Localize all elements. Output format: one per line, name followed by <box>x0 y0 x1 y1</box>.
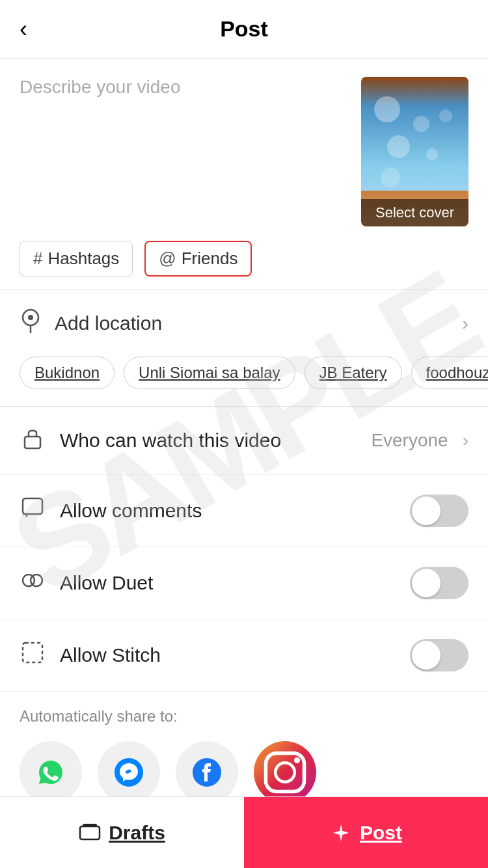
allow-duet-toggle[interactable] <box>410 567 468 599</box>
select-cover-label[interactable]: Select cover <box>361 199 468 226</box>
allow-duet-row: Allow Duet <box>0 547 488 619</box>
svg-point-12 <box>294 757 300 763</box>
post-button[interactable]: Post <box>244 797 488 868</box>
drafts-icon <box>79 824 101 842</box>
location-tag-2[interactable]: JB Eatery <box>305 357 402 389</box>
allow-comments-row: Allow comments <box>0 475 488 547</box>
location-tags: Bukidnon Unli Siomai sa balay JB Eatery … <box>0 357 488 406</box>
hashtags-button[interactable]: # Hashtags <box>20 241 133 277</box>
svg-point-11 <box>275 763 295 782</box>
allow-comments-toggle[interactable] <box>410 495 468 527</box>
allow-stitch-row: Allow Stitch <box>0 619 488 692</box>
hashtags-label: Hashtags <box>47 249 119 269</box>
post-label: Post <box>360 822 402 844</box>
who-can-watch-value: Everyone <box>371 430 448 451</box>
svg-point-1 <box>28 315 33 320</box>
location-row[interactable]: Add location › <box>0 290 488 357</box>
tag-buttons: # Hashtags @ Friends <box>0 241 488 290</box>
location-tag-3[interactable]: foodhouz <box>411 357 488 389</box>
friends-label: Friends <box>182 249 238 269</box>
allow-stitch-label: Allow Stitch <box>60 644 396 666</box>
location-text: Add location <box>55 312 449 334</box>
share-icons <box>20 741 468 804</box>
stitch-icon <box>20 642 46 669</box>
post-icon <box>330 822 352 844</box>
toggle-knob-stitch <box>412 641 441 670</box>
drafts-button[interactable]: Drafts <box>0 797 244 868</box>
allow-duet-label: Allow Duet <box>60 572 396 594</box>
description-area: Describe your video Select cover <box>0 59 488 241</box>
description-placeholder: Describe your video <box>20 77 180 97</box>
who-can-watch-label: Who can watch this video <box>60 429 357 452</box>
svg-rect-6 <box>23 643 42 662</box>
share-label: Automatically share to: <box>20 707 468 726</box>
who-can-watch-chevron: › <box>463 430 468 451</box>
whatsapp-button[interactable] <box>20 741 82 804</box>
duet-icon <box>20 569 46 597</box>
video-thumbnail: Select cover <box>361 77 468 226</box>
page-title: Post <box>220 16 268 42</box>
location-tag-1[interactable]: Unli Siomai sa balay <box>124 357 295 389</box>
who-can-watch-row[interactable]: Who can watch this video Everyone › <box>0 407 488 475</box>
share-section: Automatically share to: <box>0 692 488 814</box>
allow-comments-label: Allow comments <box>60 500 396 522</box>
location-tag-0[interactable]: Bukidnon <box>20 357 115 389</box>
svg-point-5 <box>31 575 42 586</box>
bottom-bar: Drafts Post <box>0 796 488 868</box>
drafts-label: Drafts <box>109 822 165 844</box>
friends-button[interactable]: @ Friends <box>144 241 252 277</box>
svg-rect-13 <box>80 826 100 839</box>
location-icon <box>20 308 42 338</box>
svg-rect-3 <box>23 498 42 514</box>
chevron-right-icon: › <box>462 312 468 334</box>
lock-icon <box>20 426 46 455</box>
back-button[interactable]: ‹ <box>20 16 27 43</box>
at-symbol: @ <box>159 249 176 269</box>
toggle-knob-duet <box>412 569 441 597</box>
comment-icon <box>20 497 46 524</box>
description-input[interactable]: Describe your video <box>20 77 348 229</box>
allow-stitch-toggle[interactable] <box>410 639 468 671</box>
svg-rect-14 <box>83 824 97 826</box>
instagram-button[interactable] <box>254 741 316 804</box>
hashtag-symbol: # <box>33 249 42 269</box>
toggle-knob <box>412 496 441 525</box>
svg-rect-2 <box>25 437 40 448</box>
facebook-button[interactable] <box>176 741 238 804</box>
header: ‹ Post <box>0 0 488 59</box>
messenger-button[interactable] <box>98 741 160 804</box>
